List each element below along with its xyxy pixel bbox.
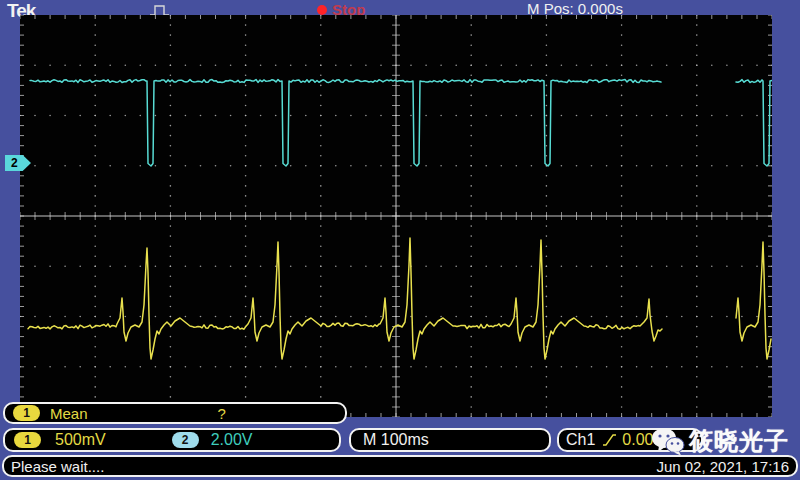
measurement-readout: 1 Mean ? [3,402,347,424]
measurement-type: Mean [50,405,88,422]
datetime-readout: Jun 02, 2021, 17:16 [656,458,789,475]
wechat-icon [651,426,685,456]
status-bar: Please wait.... Jun 02, 2021, 17:16 [2,455,798,477]
trigger-source: Ch1 [566,431,595,449]
timebase-value: M 100ms [363,431,429,449]
ch1-badge: 1 [13,405,40,421]
measurement-value: ? [218,405,226,422]
ch2-scale-readout: 2.00V [211,431,253,449]
watermark: 筱晓光子 [651,425,789,457]
waveform-area [20,15,772,417]
ch2-waveform [30,80,772,167]
graticule [20,15,772,417]
rising-edge-icon [602,433,617,447]
ch2-marker-label: 2 [11,156,18,170]
timebase-readout: M 100ms [349,428,551,452]
oscilloscope-bezel: Tek Stop M Pos: 0.000s 2 1 Mean ? 1 500m… [0,0,800,480]
ch1-scale-readout: 500mV [55,431,106,449]
watermark-text: 筱晓光子 [689,425,789,457]
record-dot-icon [317,5,327,15]
ch2-badge: 2 [172,432,199,448]
scope-display [20,15,772,417]
ch1-badge: 1 [14,432,41,448]
status-message: Please wait.... [11,458,104,475]
vertical-scale-readouts: 1 500mV 2 2.00V [3,428,341,452]
